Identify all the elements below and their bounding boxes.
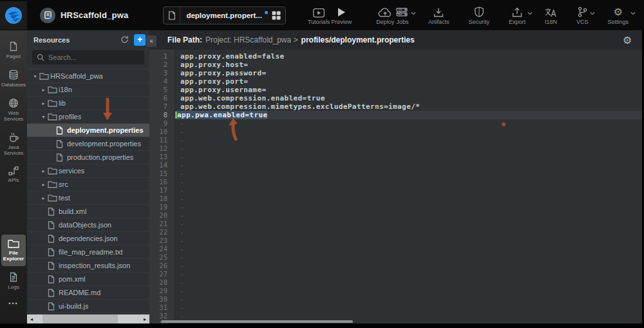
caret-right-icon[interactable]: ▸ [39,168,48,174]
settings-button[interactable]: ⚙Settings [607,6,629,25]
tree-item-development-properties[interactable]: development.properties [27,137,149,151]
code-line-18[interactable]: - [175,195,642,203]
scroll-left-icon[interactable]: ◂ [27,314,36,323]
code-line-11[interactable]: - [175,136,642,144]
caret-right-icon[interactable]: ▸ [39,87,48,93]
tree-item-src[interactable]: ▸src [27,178,149,191]
sidebar-item-databases[interactable]: Databases [1,65,26,92]
tree-item-readme-md[interactable]: README.md [27,286,149,300]
tree-item-dependencies-json[interactable]: dependencies.json [27,232,149,246]
code-line-22[interactable]: - [175,228,642,236]
code-line-16[interactable]: - [175,178,642,186]
grid-icon[interactable] [270,11,285,20]
tree-item-file-map-readme-txt[interactable]: file_map_readme.txt [27,246,149,259]
tree-item-i18n[interactable]: ▸i18n [27,83,149,97]
code-line-8[interactable]: app.pwa.enabled=true [175,111,642,119]
code-line-31[interactable]: - [175,304,642,312]
code-line-7[interactable]: app.web.compression.mimetypes.excludePat… [175,102,642,111]
code-line-21[interactable]: - [175,220,642,228]
tutorials-button[interactable]: Tutorials [308,6,330,25]
chevron-down-icon[interactable] [411,12,416,15]
tree-item-pom-xml[interactable]: pom.xml [27,273,149,286]
tree-item-profiles[interactable]: ▾profiles [27,110,149,124]
search-box[interactable] [32,50,144,64]
code-line-4[interactable]: app.proxy.port= [175,77,642,86]
chevron-down-icon[interactable] [590,12,595,15]
code-line-6[interactable]: app.web.compression.enabled=true [175,94,642,102]
collapse-panel-button[interactable]: « [146,35,156,47]
code-line-12[interactable]: - [175,144,642,153]
tree-item-label: dataObjects.json [59,221,111,229]
refresh-icon[interactable] [120,35,129,44]
code-line-29[interactable]: - [175,287,642,295]
tree-item-hrscaffold-pwa[interactable]: ▾HRScaffold_pwa [27,70,149,83]
gear-icon[interactable]: ⚙ [623,34,632,46]
sidebar-item-pages[interactable]: Pages [1,37,26,64]
tree-horizontal-scrollbar[interactable]: ◂ ▸ [27,314,149,323]
search-input[interactable] [48,53,140,61]
caret-right-icon[interactable]: ▸ [39,182,48,188]
jobs-button[interactable]: Jobs [396,6,409,25]
artifacts-button[interactable]: Artifacts [428,6,450,25]
security-button[interactable]: Security [468,6,489,25]
sidebar-item-web-services[interactable]: Web Services [1,93,26,126]
scrollbar-track[interactable] [36,314,140,323]
i18n-button[interactable]: I18N [545,6,557,25]
code-line-24[interactable]: - [175,245,642,253]
code-line-28[interactable]: - [175,278,642,287]
code-line-14[interactable]: - [175,161,642,169]
caret-down-icon[interactable]: ▾ [39,114,48,120]
tree-item-inspection-results-json[interactable]: inspection_results.json [27,259,149,273]
sidebar-item-apis[interactable]: APIs [1,162,26,188]
open-file-tab[interactable]: deployment.propert... [163,6,286,24]
scrollbar-thumb[interactable] [43,314,118,323]
code-line-20[interactable]: - [175,211,642,220]
sidebar-item-file-explorer[interactable]: File Explorer [1,235,26,266]
project-switcher[interactable]: HRScaffold_pwa [40,8,128,23]
export-label: Export [509,19,526,25]
code-line-32[interactable]: - [175,312,642,320]
sidebar-item-more[interactable]: ••• [1,296,26,313]
tree-item-lib[interactable]: ▸lib [27,97,149,110]
add-resource-button[interactable]: + [134,34,146,46]
preview-button[interactable]: Preview [331,6,352,25]
code-line-10[interactable]: - [175,128,642,136]
deploy-button[interactable]: Deploy [376,6,394,25]
code-line-9[interactable]: - [175,119,642,128]
editor-horizontal-scrollbar[interactable] [161,320,353,323]
code-line-23[interactable]: - [175,236,642,245]
sidebar-item-logs[interactable]: Logs [1,267,26,294]
code-line-17[interactable]: - [175,186,642,195]
sidebar-item-label: Java Services [2,144,25,156]
tree-item-ui-build-js[interactable]: ui-build.js [27,300,149,313]
chevron-down-icon[interactable] [630,12,636,15]
code-line-27[interactable]: - [175,270,642,278]
tree-item-production-properties[interactable]: production.properties [27,151,149,164]
export-button[interactable]: Export [509,6,526,25]
code-line-2[interactable]: app.proxy.host= [175,61,642,69]
code-line-19[interactable]: - [175,203,642,211]
code-line-26[interactable]: - [175,262,642,270]
caret-right-icon[interactable]: ▸ [39,101,48,106]
code-line-25[interactable]: - [175,253,642,262]
caret-down-icon[interactable]: ▾ [31,73,39,79]
code-lines[interactable]: app.proxy.enabled=falseapp.proxy.host=ap… [175,50,642,323]
code-line-15[interactable]: - [175,169,642,178]
tree-item-deployment-properties[interactable]: deployment.properties [27,124,149,137]
tree-item-services[interactable]: ▸services [27,164,149,178]
code-line-1[interactable]: app.proxy.enabled=false [175,52,642,61]
scroll-right-icon[interactable]: ▸ [140,314,149,323]
app-logo[interactable] [0,1,27,30]
code-line-5[interactable]: app.proxy.username= [175,86,642,94]
tree-item-dataobjects-json[interactable]: dataObjects.json [27,218,149,232]
tree-item-test[interactable]: ▸test [27,191,149,205]
sidebar-item-java-services[interactable]: Java Services [1,128,26,160]
tree-item-build-xml[interactable]: build.xml [27,205,149,218]
vcs-button[interactable]: VCS [576,6,589,25]
code-line-30[interactable]: - [175,295,642,304]
code-line-13[interactable]: - [175,153,642,161]
caret-right-icon[interactable]: ▸ [39,195,48,201]
chevron-down-icon[interactable] [527,12,533,15]
code-line-3[interactable]: app.proxy.password= [175,69,642,77]
line-number-31: 31 [149,304,175,312]
